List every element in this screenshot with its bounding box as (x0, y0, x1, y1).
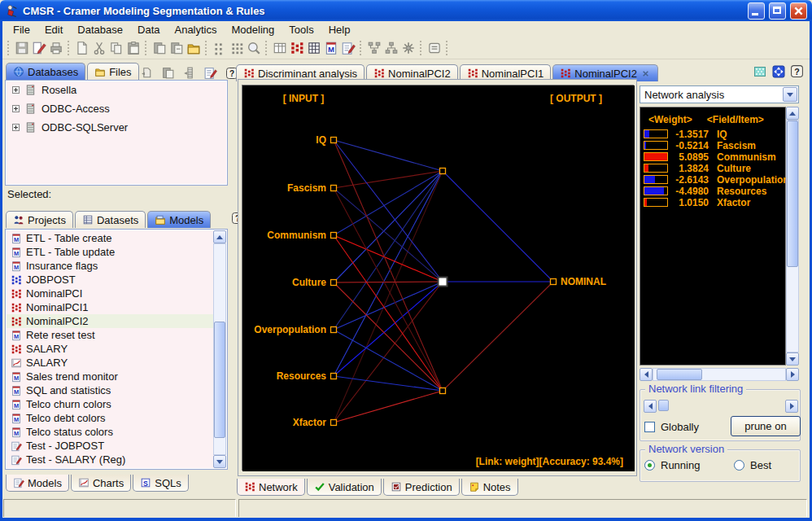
hidden-node[interactable] (440, 169, 446, 174)
weights-scroll-down[interactable] (786, 352, 799, 366)
hidden-node-selected[interactable] (439, 278, 447, 287)
toolbar-editpad-button[interactable] (339, 40, 356, 57)
tab-datasets[interactable]: Datasets (75, 211, 146, 228)
menu-analytics[interactable]: Analytics (167, 23, 224, 37)
weights-scroll-up[interactable] (786, 107, 799, 120)
menu-tools[interactable]: Tools (282, 23, 321, 37)
close-button[interactable] (790, 2, 807, 20)
input-node-Resources[interactable] (331, 374, 337, 379)
tab-close-icon[interactable] (640, 68, 651, 79)
toolbar-edit-button[interactable] (30, 40, 47, 57)
tree-row-odbc-access[interactable]: ODBC-Access (6, 99, 227, 118)
tab-files[interactable]: Files (87, 63, 138, 80)
menu-database[interactable]: Database (70, 23, 130, 37)
list-item-test-salary-reg[interactable]: Test - SALARY (Reg) (7, 453, 213, 466)
maximize-button[interactable] (769, 2, 786, 20)
best-radio[interactable] (734, 460, 744, 471)
models-scroll-up[interactable] (213, 230, 226, 243)
list-item-telco-churn-colors[interactable]: MTelco churn colors (7, 397, 213, 411)
toolbar-neta-button[interactable] (365, 40, 382, 57)
toolbar-note-button[interactable] (426, 40, 443, 57)
list-item-sql-and-statistics[interactable]: MSQL and statistics (7, 383, 213, 397)
weights-scrollbar-thumb[interactable] (787, 120, 798, 267)
weights-scrollbar-track[interactable] (786, 120, 799, 352)
view-tab-notes[interactable]: Notes (461, 479, 518, 496)
network-help-button[interactable]: ? (788, 63, 805, 80)
db-toolbar-editpad-button[interactable] (202, 64, 219, 81)
filter-slider-right[interactable] (785, 400, 798, 413)
toolbar-grid-button[interactable] (305, 40, 322, 57)
toolbar-netb-button[interactable] (382, 40, 399, 57)
list-item-test-jobpost[interactable]: Test - JOBPOST (7, 439, 213, 453)
toolbar-zoom-button[interactable] (245, 40, 262, 57)
filter-slider-track[interactable] (657, 400, 785, 413)
tab-charts[interactable]: Charts (71, 475, 131, 492)
toolbar-copy-button[interactable] (107, 40, 124, 57)
weights-hscroll-left[interactable] (640, 368, 653, 381)
network-canvas[interactable]: IQFascismCommunismCultureOverpopulationR… (242, 85, 634, 471)
tree-expand-icon[interactable] (12, 86, 20, 94)
toolbar-rednet-button[interactable] (288, 40, 305, 57)
view-tab-network[interactable]: Network (237, 479, 305, 496)
list-item-nominalpci[interactable]: NominalPCI (7, 287, 213, 300)
input-node-Overpopulation[interactable] (331, 327, 337, 333)
toolbar-mdoc-button[interactable]: M (322, 40, 339, 57)
toolbar-dots2-button[interactable] (228, 40, 245, 57)
toolbar-dots-button[interactable] (211, 40, 228, 57)
list-item-sales-trend-monitor[interactable]: MSales trend monitor (7, 370, 213, 383)
tab-models[interactable]: Models (147, 211, 211, 228)
toolbar-table-button[interactable] (271, 40, 288, 57)
minimize-button[interactable] (748, 2, 765, 20)
toolbar-cut-button[interactable] (90, 40, 107, 57)
toolbar-paste-button[interactable] (124, 40, 142, 57)
toolbar-print-button[interactable] (47, 40, 64, 57)
models-scrollbar-thumb[interactable] (214, 322, 225, 438)
tab-databases[interactable]: Databases (6, 63, 85, 80)
list-item-salary[interactable]: SALARY (7, 342, 213, 356)
toolbar-save-button[interactable] (13, 40, 30, 57)
input-node-Culture[interactable] (331, 280, 337, 286)
models-scroll-down[interactable] (213, 455, 226, 468)
list-item-etl-table-create[interactable]: METL - Table create (7, 231, 213, 245)
tree-expand-icon[interactable] (12, 105, 20, 112)
prune-on-button[interactable]: prune on (731, 416, 801, 436)
analysis-dropdown[interactable]: Network analysis (640, 85, 799, 103)
toolbar-pasteb-button[interactable] (168, 40, 185, 57)
menu-data[interactable]: Data (130, 23, 167, 37)
list-item-insurance-flags[interactable]: MInsurance flags (7, 259, 213, 273)
tree-expand-icon[interactable] (12, 124, 20, 131)
input-node-Communism[interactable] (331, 233, 337, 239)
tree-row-odbc-sqlserver[interactable]: ODBC-SQLServer (6, 118, 227, 137)
list-item-nominalpci1[interactable]: NominalPCI1 (7, 300, 213, 314)
weights-hscroll-right[interactable] (786, 368, 799, 381)
toolbar-folder-button[interactable] (185, 40, 202, 57)
weights-hscroll-thumb[interactable] (657, 369, 702, 380)
input-node-Fascism[interactable] (331, 186, 337, 191)
input-node-Xfactor[interactable] (331, 420, 337, 426)
pattern-view-button[interactable] (751, 63, 768, 80)
chevron-down-icon[interactable] (783, 87, 797, 102)
view-tab-validation[interactable]: Validation (307, 479, 382, 496)
list-item-telco-debt-colors[interactable]: MTelco debt colors (7, 411, 213, 425)
view-tab-prediction[interactable]: Prediction (383, 479, 460, 496)
list-item-rete-reset-test[interactable]: MRete reset test (7, 328, 213, 342)
tab-sqls[interactable]: SSQLs (133, 475, 189, 492)
db-toolbar-import-button[interactable] (138, 64, 155, 81)
db-toolbar-pastea-button[interactable] (159, 64, 177, 81)
models-scrollbar-track[interactable] (213, 243, 226, 455)
input-node-IQ[interactable] (331, 138, 337, 143)
tab-projects[interactable]: Projects (6, 211, 73, 228)
filter-slider-thumb[interactable] (658, 400, 669, 411)
menu-help[interactable]: Help (321, 23, 358, 37)
running-radio[interactable] (644, 460, 655, 471)
weights-hscroll-track[interactable] (653, 368, 786, 381)
output-node-out[interactable] (551, 279, 557, 285)
toolbar-pastea-button[interactable] (151, 40, 168, 57)
toolbar-gear-button[interactable] (399, 40, 417, 57)
menu-file[interactable]: File (6, 23, 37, 37)
list-item-nominalpci2[interactable]: NominalPCI2 (7, 314, 213, 328)
list-item-etl-table-update[interactable]: METL - Table update (7, 245, 213, 259)
filter-slider-left[interactable] (644, 400, 657, 413)
menu-edit[interactable]: Edit (37, 23, 70, 37)
list-item-telco-status-colors[interactable]: MTelco status colors (7, 425, 213, 439)
